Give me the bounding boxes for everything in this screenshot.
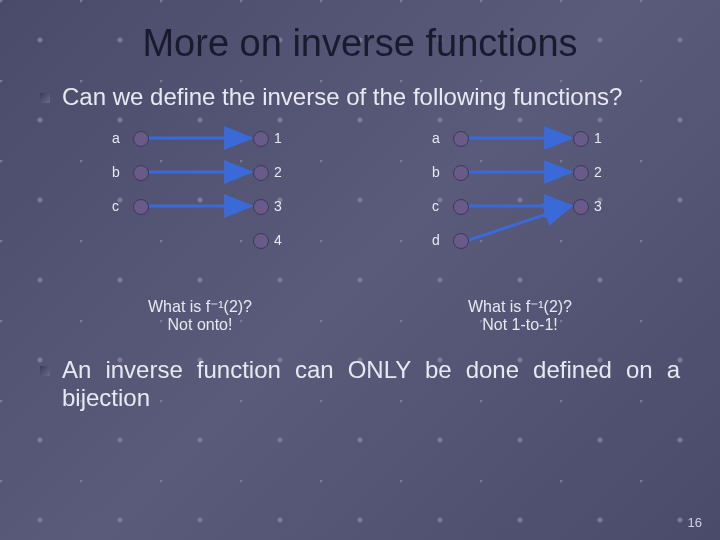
caption-right-a: Not 1-to-1! (482, 316, 558, 333)
caption-right: What is f⁻¹(2)? Not 1-to-1! (390, 297, 650, 334)
domain-label: a (432, 130, 440, 146)
bullet-item-1: Can we define the inverse of the followi… (40, 83, 680, 111)
domain-label: b (112, 164, 120, 180)
arrow-layer-left (70, 123, 330, 293)
codomain-label: 3 (594, 198, 602, 214)
arrow-layer-right (390, 123, 650, 293)
codomain-dot-icon (253, 199, 269, 215)
domain-dot-icon (133, 199, 149, 215)
codomain-label: 4 (274, 232, 282, 248)
caption-left: What is f⁻¹(2)? Not onto! (70, 297, 330, 334)
codomain-dot-icon (573, 165, 589, 181)
bullet-square-icon (40, 93, 50, 103)
bullet-item-2: An inverse function can ONLY be done def… (40, 356, 680, 412)
bullet-square-icon (40, 366, 50, 376)
codomain-dot-icon (573, 199, 589, 215)
domain-label: d (432, 232, 440, 248)
codomain-dot-icon (573, 131, 589, 147)
domain-dot-icon (453, 199, 469, 215)
diagram-row: abc1234 What is f⁻¹(2)? Not onto! abcd12… (40, 123, 680, 334)
domain-dot-icon (133, 131, 149, 147)
codomain-label: 2 (274, 164, 282, 180)
domain-label: c (432, 198, 439, 214)
domain-dot-icon (133, 165, 149, 181)
codomain-dot-icon (253, 233, 269, 249)
domain-label: a (112, 130, 120, 146)
bullet-text-1: Can we define the inverse of the followi… (62, 83, 680, 111)
domain-dot-icon (453, 233, 469, 249)
mapping-arrow-icon (469, 206, 571, 240)
codomain-label: 3 (274, 198, 282, 214)
domain-dot-icon (453, 165, 469, 181)
caption-left-a: Not onto! (168, 316, 233, 333)
function-diagram-left: abc1234 (70, 123, 330, 293)
caption-left-q: What is f⁻¹(2)? (148, 298, 252, 315)
function-diagram-right: abcd123 (390, 123, 650, 293)
codomain-label: 2 (594, 164, 602, 180)
codomain-label: 1 (594, 130, 602, 146)
domain-label: c (112, 198, 119, 214)
codomain-dot-icon (253, 165, 269, 181)
caption-right-q: What is f⁻¹(2)? (468, 298, 572, 315)
codomain-label: 1 (274, 130, 282, 146)
domain-label: b (432, 164, 440, 180)
page-number: 16 (688, 515, 702, 530)
bullet-text-2: An inverse function can ONLY be done def… (62, 356, 680, 412)
slide-title: More on inverse functions (0, 0, 720, 65)
domain-dot-icon (453, 131, 469, 147)
codomain-dot-icon (253, 131, 269, 147)
